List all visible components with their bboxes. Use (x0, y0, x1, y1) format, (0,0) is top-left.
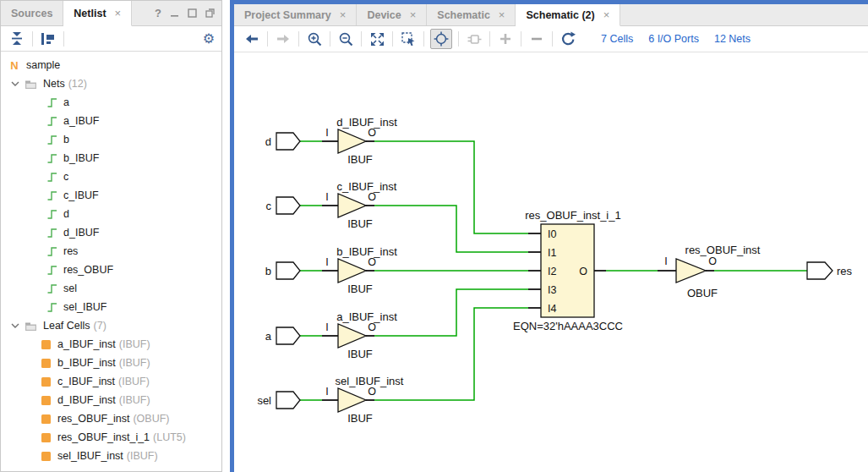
zoom-out-button[interactable] (336, 30, 355, 48)
cell-name: a_IBUF_inst (57, 338, 116, 350)
net-item[interactable]: a_IBUF (1, 112, 221, 130)
tab-device[interactable]: Device × (357, 4, 427, 25)
tab-netlist[interactable]: Netlist × (63, 1, 132, 26)
collapse-all-button[interactable] (8, 30, 26, 48)
forward-button[interactable] (274, 30, 292, 48)
zoom-fit-button[interactable] (368, 30, 386, 48)
port-label-b: b (265, 265, 271, 277)
chevron-down-icon[interactable] (11, 80, 21, 87)
net-label: d_IBUF (63, 227, 99, 239)
collapse-button[interactable] (527, 30, 546, 48)
net-c-ibuf[interactable] (374, 206, 528, 252)
expand-cone-button[interactable] (465, 30, 483, 48)
tab-label: Project Summary (244, 9, 331, 21)
chevron-down-icon[interactable] (11, 322, 21, 329)
back-button[interactable] (243, 30, 261, 48)
tree-group-nets[interactable]: Nets (12) (1, 74, 221, 93)
net-item[interactable]: c_IBUF (1, 186, 221, 205)
leaf-cell-item[interactable]: d_IBUF_inst(IBUF) (1, 391, 221, 409)
schematic-svg: d d_IBUF_inst I O IBUF c c_IBUF_inst I O… (234, 52, 867, 472)
regenerate-button[interactable] (559, 30, 577, 48)
net-icon (46, 171, 57, 183)
close-icon[interactable]: × (499, 8, 505, 21)
net-item[interactable]: a (1, 93, 221, 112)
pin-label-i: I (325, 256, 328, 268)
port-a[interactable] (276, 327, 300, 344)
net-item[interactable]: b (1, 130, 221, 149)
cell-d-ibuf-inst[interactable] (338, 129, 366, 153)
net-item[interactable]: sel (1, 279, 221, 298)
leaf-cell-item[interactable]: a_IBUF_inst(IBUF) (1, 335, 221, 354)
lut-pin-i2: I2 (548, 266, 556, 277)
tab-label: Schematic (437, 9, 490, 21)
net-item[interactable]: d_IBUF (1, 223, 221, 242)
nets-count-link[interactable]: 12 Nets (714, 33, 751, 45)
cell-type: (OBUF) (133, 413, 169, 425)
nets-group-label: Nets (43, 78, 65, 90)
tree-group-leaf-cells[interactable]: Leaf Cells (7) (1, 316, 221, 335)
port-res[interactable] (807, 262, 833, 279)
tab-sources[interactable]: Sources (1, 1, 63, 25)
minimize-icon[interactable] (170, 6, 179, 21)
port-d[interactable] (276, 133, 300, 150)
tab-label: Schematic (2) (526, 9, 594, 21)
settings-gear-icon[interactable]: ⚙ (203, 32, 215, 46)
cell-b-ibuf-inst[interactable] (338, 259, 366, 283)
cell-res-obuf-inst[interactable] (676, 259, 706, 283)
zoom-selection-button[interactable] (399, 30, 418, 48)
close-icon[interactable]: × (340, 8, 347, 21)
cell-c-ibuf-inst[interactable] (338, 194, 366, 217)
float-icon[interactable] (205, 6, 215, 21)
tab-schematic-2[interactable]: Schematic (2) × (516, 4, 620, 26)
port-label-d: d (265, 135, 271, 148)
pin-label-o: O (368, 127, 376, 139)
leaf-cell-item[interactable]: c_IBUF_inst(IBUF) (1, 372, 221, 391)
net-item[interactable]: res (1, 242, 221, 261)
net-item[interactable]: d (1, 205, 221, 223)
obuf-inst-label: res_OBUF_inst (685, 244, 761, 256)
port-label-sel: sel (257, 394, 271, 407)
pin-label-i: I (325, 191, 328, 203)
folder-icon (25, 79, 37, 90)
close-icon[interactable]: × (115, 7, 122, 19)
cells-count-link[interactable]: 7 Cells (601, 33, 633, 45)
port-c[interactable] (276, 197, 300, 214)
zoom-in-button[interactable] (305, 30, 324, 48)
port-label-a: a (265, 330, 272, 343)
expand-button[interactable] (496, 30, 515, 48)
maximize-icon[interactable] (188, 6, 197, 21)
tab-project-summary[interactable]: Project Summary × (234, 4, 357, 25)
obuf-type-label: OBUF (687, 287, 718, 299)
net-item[interactable]: c (1, 167, 221, 186)
leaf-cell-item[interactable]: sel_IBUF_inst(IBUF) (1, 447, 221, 465)
cell-type-label: IBUF (347, 348, 373, 360)
schematic-canvas[interactable]: d d_IBUF_inst I O IBUF c c_IBUF_inst I O… (234, 52, 867, 472)
port-sel[interactable] (276, 392, 300, 409)
net-a-ibuf[interactable] (374, 289, 528, 336)
net-d-ibuf[interactable] (374, 141, 528, 233)
io-ports-count-link[interactable]: 6 I/O Ports (648, 33, 699, 45)
tree-root-sample[interactable]: N sample (1, 56, 221, 74)
net-label: res (63, 245, 78, 257)
tab-netlist-label: Netlist (74, 8, 106, 19)
port-b[interactable] (276, 262, 300, 279)
cell-a-ibuf-inst[interactable] (338, 324, 366, 348)
help-icon[interactable]: ? (155, 7, 161, 19)
net-item[interactable]: res_OBUF (1, 261, 221, 279)
pin-label-i: I (325, 127, 328, 139)
close-icon[interactable]: × (410, 8, 417, 21)
net-label: d (63, 208, 69, 220)
autofit-selection-toggle[interactable] (430, 29, 452, 49)
leaf-cell-item[interactable]: b_IBUF_inst(IBUF) (1, 354, 221, 372)
net-icon (46, 264, 57, 276)
scroll-to-selected-button[interactable] (39, 30, 57, 48)
net-item[interactable]: b_IBUF (1, 149, 221, 167)
lut-pin-o: O (579, 266, 587, 277)
leaf-cell-item[interactable]: res_OBUF_inst_i_1(LUT5) (1, 428, 221, 447)
leaf-cell-item[interactable]: res_OBUF_inst(OBUF) (1, 409, 221, 428)
cell-icon (41, 340, 51, 349)
net-item[interactable]: sel_IBUF (1, 298, 221, 316)
close-icon[interactable]: × (603, 8, 610, 21)
cell-sel-ibuf-inst[interactable] (338, 388, 366, 412)
tab-schematic-1[interactable]: Schematic × (427, 4, 516, 25)
